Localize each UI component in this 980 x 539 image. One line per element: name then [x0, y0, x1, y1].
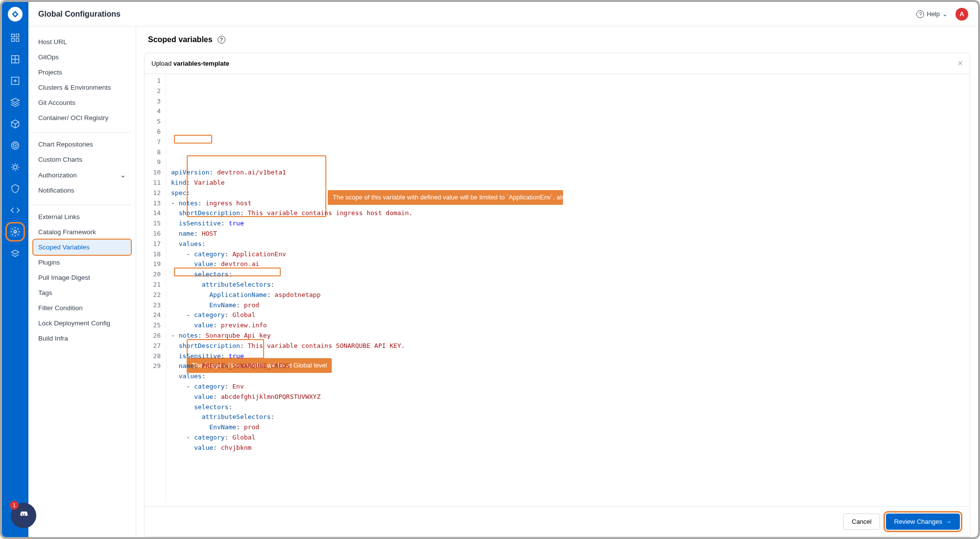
code-line: value: abcdefghijklmnOPQRSTUVWXYZ: [171, 392, 413, 402]
icon-rail: 1: [2, 2, 28, 537]
avatar[interactable]: A: [956, 8, 968, 21]
chevron-down-icon: ⌄: [942, 10, 948, 18]
upload-title: Upload variables-template: [151, 60, 229, 67]
code-line: value: devtron.ai: [171, 259, 413, 270]
code-line: apiVersion: devtron.ai/v1beta1: [171, 168, 413, 178]
shield-icon[interactable]: [10, 183, 21, 194]
sidebar-item-authorization[interactable]: Authorization⌄: [33, 167, 131, 183]
sidebar-item-scoped-variables[interactable]: Scoped Variables: [33, 240, 131, 255]
chevron-down-icon: ⌄: [120, 171, 126, 179]
code-line: shortDescription: This variable contains…: [171, 341, 413, 351]
code-line: kind: Variable: [171, 178, 413, 188]
code-line: values:: [171, 371, 413, 382]
sidebar-item-custom-charts[interactable]: Custom Charts: [33, 152, 131, 167]
code-icon[interactable]: [10, 205, 21, 216]
help-icon: ?: [916, 10, 924, 18]
code-line: [171, 453, 413, 463]
cube-icon[interactable]: [10, 119, 21, 129]
code-line: - notes: ingress host: [171, 198, 413, 209]
sidebar: Host URLGitOpsProjectsClusters & Environ…: [28, 26, 136, 537]
code-line: selectors:: [171, 402, 413, 413]
sidebar-item-plugins[interactable]: Plugins: [33, 255, 131, 270]
code-line: selectors:: [171, 270, 413, 280]
code-line: isSensitive: true: [171, 351, 413, 362]
code-line: name: HOST: [171, 229, 413, 239]
code-line: isSensitive: true: [171, 219, 413, 229]
code-line: EnvName: prod: [171, 422, 413, 433]
code-line: spec:: [171, 188, 413, 198]
svg-rect-2: [12, 39, 15, 42]
notification-count: 1: [10, 501, 19, 510]
sidebar-item-filter-condition[interactable]: Filter Condition: [33, 300, 131, 316]
code-line: shortDescription: This variable contains…: [171, 208, 413, 219]
sidebar-item-notifications[interactable]: Notifications: [33, 183, 131, 198]
code-line: attributeSelectors:: [171, 280, 413, 290]
discord-badge[interactable]: 1: [11, 503, 36, 528]
highlight-name-host: [174, 135, 212, 144]
sidebar-item-host-url[interactable]: Host URL: [33, 34, 131, 49]
code-line: value: preview.info: [171, 320, 413, 331]
sidebar-item-projects[interactable]: Projects: [33, 65, 131, 80]
svg-line-21: [17, 169, 18, 170]
code-line: - category: ApplicationEnv: [171, 249, 413, 260]
editor-footer: Cancel Review Changes →: [145, 506, 970, 537]
sidebar-item-container-oci-registry[interactable]: Container/ OCI Registry: [33, 110, 131, 125]
app-logo[interactable]: [8, 7, 23, 22]
page-title: Global Configurations: [38, 10, 121, 19]
svg-point-13: [13, 144, 17, 147]
svg-marker-25: [12, 250, 19, 254]
cancel-button[interactable]: Cancel: [843, 514, 880, 530]
sidebar-item-lock-deployment-config[interactable]: Lock Deployment Config: [33, 316, 131, 331]
code-line: - category: Env: [171, 382, 413, 392]
sidebar-item-pull-image-digest[interactable]: Pull Image Digest: [33, 270, 131, 285]
plus-square-icon[interactable]: [10, 75, 21, 86]
grid-icon[interactable]: [10, 54, 21, 65]
svg-point-14: [15, 145, 16, 146]
sidebar-divider: [33, 132, 131, 133]
code-line: EnvName: prod: [171, 300, 413, 311]
gear-icon[interactable]: [10, 226, 21, 237]
code-line: attributeSelectors:: [171, 412, 413, 422]
info-icon[interactable]: ?: [218, 36, 225, 44]
sidebar-divider: [33, 205, 131, 205]
helm-icon[interactable]: [10, 162, 21, 172]
sidebar-item-tags[interactable]: Tags: [33, 285, 131, 300]
close-icon[interactable]: ×: [957, 58, 963, 69]
svg-line-23: [17, 164, 18, 166]
sidebar-item-gitops[interactable]: GitOps: [33, 49, 131, 65]
svg-rect-3: [16, 39, 19, 42]
sidebar-item-external-links[interactable]: External Links: [33, 209, 131, 224]
review-changes-button[interactable]: Review Changes →: [886, 514, 960, 530]
code-line: - notes: Sonarqube Api key: [171, 331, 413, 341]
svg-rect-1: [16, 34, 19, 37]
svg-point-12: [12, 142, 19, 149]
svg-rect-0: [12, 34, 15, 37]
code-line: ApplicationName: aspdotnetapp: [171, 290, 413, 300]
svg-line-22: [12, 169, 14, 170]
code-line: - category: Global: [171, 310, 413, 320]
topbar: Global Configurations ? Help ⌄ A: [28, 2, 978, 26]
sidebar-item-build-infra[interactable]: Build Infra: [33, 331, 131, 346]
svg-point-15: [14, 166, 17, 169]
code-line: values:: [171, 239, 413, 249]
stack-icon[interactable]: [10, 248, 21, 259]
sidebar-item-chart-repositories[interactable]: Chart Repositories: [33, 137, 131, 152]
arrow-right-icon: →: [945, 518, 952, 525]
target-icon[interactable]: [10, 140, 21, 151]
svg-point-24: [14, 231, 17, 233]
svg-line-20: [12, 164, 14, 166]
help-button[interactable]: ? Help ⌄: [916, 10, 948, 18]
layers-icon[interactable]: [10, 97, 21, 108]
content-heading: Scoped variables: [148, 35, 213, 44]
apps-icon[interactable]: [10, 32, 21, 43]
code-line: value: chvjbknm: [171, 443, 413, 453]
sidebar-item-catalog-framework[interactable]: Catalog Framework: [33, 224, 131, 240]
help-label: Help: [927, 10, 940, 18]
code-editor[interactable]: 1234567891011121314151617181920212223242…: [145, 74, 970, 502]
code-line: - category: Global: [171, 433, 413, 443]
editor-panel: Upload variables-template × 123456789101…: [144, 53, 970, 537]
svg-marker-10: [11, 98, 20, 102]
sidebar-item-git-accounts[interactable]: Git Accounts: [33, 95, 131, 110]
sidebar-item-clusters-environments[interactable]: Clusters & Environments: [33, 80, 131, 95]
code-line: name: PREVIEW_SONARQUBE_CREDS: [171, 361, 413, 371]
